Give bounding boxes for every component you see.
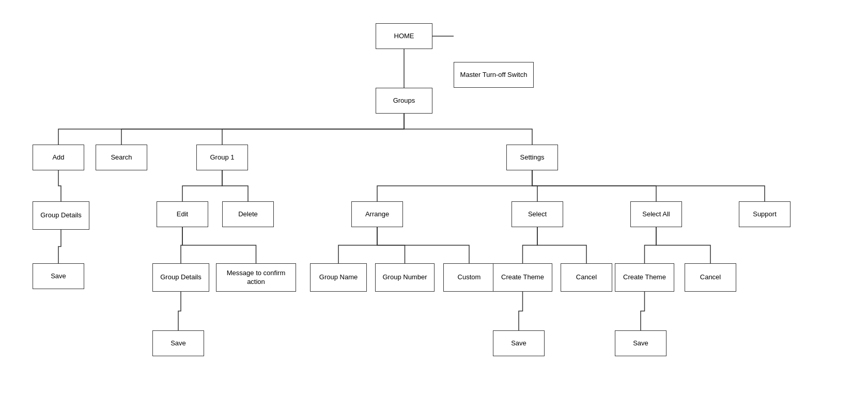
node-save_sel: Save [493,330,545,356]
node-select: Select [512,201,563,227]
node-search: Search [96,145,147,170]
node-home: HOME [376,23,432,49]
node-save_all: Save [615,330,667,356]
node-delete: Delete [222,201,274,227]
node-settings: Settings [506,145,558,170]
node-group_number: Group Number [375,263,435,292]
node-groups: Groups [376,88,432,114]
tree-diagram: HOMEMaster Turn-off SwitchGroupsAddSearc… [0,0,868,413]
node-save_edit: Save [152,330,204,356]
node-create_theme_all: Create Theme [615,263,674,292]
node-msg_confirm: Message to confirm action [216,263,296,292]
node-group_name: Group Name [310,263,367,292]
node-master: Master Turn-off Switch [454,62,534,88]
node-support: Support [739,201,791,227]
node-group_details_add: Group Details [33,201,89,230]
node-edit: Edit [157,201,208,227]
node-save_add: Save [33,263,84,289]
node-add: Add [33,145,84,170]
node-select_all: Select All [630,201,682,227]
node-group_details_edit: Group Details [152,263,209,292]
node-cancel_all: Cancel [685,263,736,292]
node-group1: Group 1 [196,145,248,170]
node-arrange: Arrange [351,201,403,227]
node-cancel_sel: Cancel [561,263,612,292]
node-custom: Custom [443,263,495,292]
node-create_theme_sel: Create Theme [493,263,552,292]
